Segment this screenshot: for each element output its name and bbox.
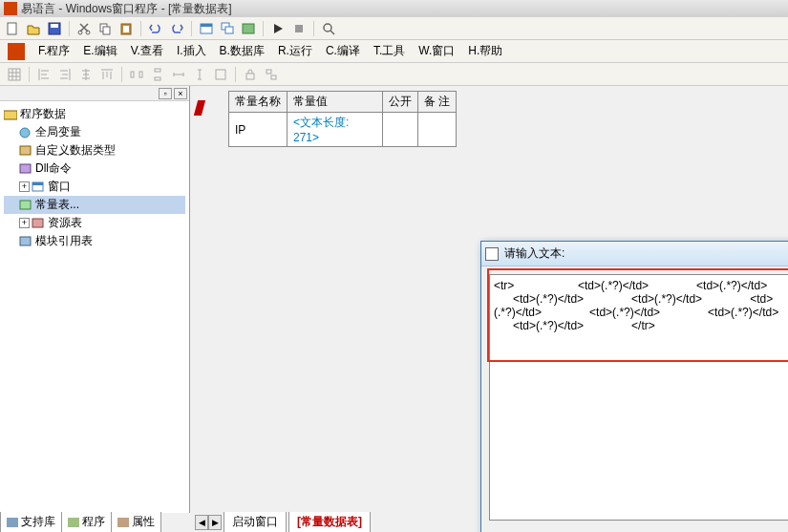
align-top-icon[interactable] [98,66,116,83]
tree-resources[interactable]: + 资源表 [4,214,185,232]
menu-bar: F.程序 E.编辑 V.查看 I.插入 B.数据库 R.运行 C.编译 T.工具… [0,40,788,63]
lock-icon[interactable] [242,66,259,83]
scroll-left-button[interactable]: ◀ [195,515,208,530]
same-width-icon[interactable] [170,66,187,83]
tree-modules[interactable]: 模块引用表 [4,232,185,250]
program-tree: 程序数据 全局变量 自定义数据类型 Dll命令 + 窗口 常量表... [0,101,189,513]
svg-rect-32 [32,219,43,227]
table-row[interactable]: IP <文本长度: 271> [229,113,457,147]
tree-label: 常量表... [35,197,79,213]
tree-label: 窗口 [48,179,71,195]
page-icon [68,518,79,527]
menu-edit[interactable]: E.编辑 [77,41,122,61]
dist-h-icon[interactable] [128,66,145,83]
undo-icon[interactable] [147,20,164,37]
tree-label: 模块引用表 [35,233,93,249]
table-header-row: 常量名称 常量值 公开 备 注 [229,92,457,113]
tree-constants[interactable]: 常量表... [4,196,185,214]
menu-help[interactable]: H.帮助 [462,41,508,61]
svg-rect-25 [4,111,17,119]
tree-global-vars[interactable]: 全局变量 [4,123,185,141]
find-icon[interactable] [320,20,337,37]
toolbar-design [0,63,788,86]
dialog-title-bar[interactable]: 请输入文本: — ▢ ✕ [481,242,788,266]
save-icon[interactable] [46,20,63,37]
menu-compile[interactable]: C.编译 [320,41,366,61]
same-size-icon[interactable] [212,66,229,83]
align-left-icon[interactable] [35,66,53,83]
app-icon [4,2,17,15]
svg-rect-6 [103,27,110,34]
svg-rect-35 [68,518,79,527]
cell-value[interactable]: <文本长度: 271> [288,113,383,147]
open-icon[interactable] [25,20,42,37]
tab-label: 属性 [132,514,155,530]
tree-root[interactable]: 程序数据 [4,105,185,123]
same-height-icon[interactable] [191,66,208,83]
panel-close-icon[interactable]: × [174,88,187,99]
menu-program[interactable]: F.程序 [32,41,75,61]
toolbar-main [0,17,788,40]
copy-icon[interactable] [96,20,114,37]
menu-tools[interactable]: T.工具 [368,41,411,61]
menu-insert[interactable]: I.插入 [171,41,212,61]
panel-header: ▫ × [0,86,189,101]
svg-rect-14 [295,25,303,32]
tab-startup-window[interactable]: 启动窗口 [224,512,287,532]
align-right-icon[interactable] [56,66,74,83]
expand-icon[interactable]: + [19,181,30,192]
expand-icon[interactable]: + [19,218,30,228]
tree-custom-types[interactable]: 自定义数据类型 [4,141,185,160]
svg-rect-22 [246,74,254,79]
tab-support-lib[interactable]: 支持库 [0,512,62,532]
grid-icon[interactable] [6,66,23,83]
bookmark-marker [194,100,205,116]
cell-name[interactable]: IP [229,113,288,147]
menu-logo-icon [8,43,25,60]
svg-rect-31 [20,201,31,209]
tab-program[interactable]: 程序 [61,512,112,532]
form-icon[interactable] [240,20,257,37]
dialog-icon [485,247,499,261]
tab-properties[interactable]: 属性 [111,512,161,532]
run-icon[interactable] [269,20,287,37]
svg-rect-34 [7,518,18,527]
cell-public[interactable] [383,113,418,147]
svg-rect-13 [243,24,254,33]
tree-dll[interactable]: Dll命令 [4,160,185,178]
menu-view[interactable]: V.查看 [125,41,169,61]
tab-order-icon[interactable] [263,66,280,83]
cut-icon[interactable] [75,20,93,37]
editor-bottom-tabs: ◀ ▶ 启动窗口 [常量数据表] [195,513,371,532]
tree-label: 自定义数据类型 [35,142,116,159]
tree-window[interactable]: + 窗口 [4,178,185,196]
stop-icon[interactable] [290,20,308,37]
redo-icon[interactable] [168,20,185,37]
svg-rect-2 [51,24,58,28]
window-icon[interactable] [198,20,215,37]
type-icon [19,145,32,157]
panel-pin-icon[interactable]: ▫ [159,88,172,99]
const-icon [19,200,32,211]
folder-icon [4,109,17,120]
new-icon[interactable] [4,20,21,37]
dist-v-icon[interactable] [149,66,166,83]
windows-icon[interactable] [219,20,236,37]
paste-icon[interactable] [117,20,135,37]
menu-database[interactable]: B.数据库 [214,41,270,61]
cell-note[interactable] [418,113,457,147]
menu-window[interactable]: W.窗口 [413,41,460,61]
align-center-icon[interactable] [77,66,95,83]
tab-constants-table[interactable]: [常量数据表] [288,512,371,532]
menu-run[interactable]: R.运行 [272,41,318,61]
text-input-area[interactable]: <tr> <td>(.*?)</td> <td>(.*?)</td> <td>(… [489,274,788,521]
window-title: 易语言 - Windows窗口程序 - [常量数据表] [21,1,232,17]
svg-rect-8 [123,26,129,32]
dialog-title: 请输入文本: [504,245,788,262]
col-value: 常量值 [288,92,383,113]
editor-panel: 常量名称 常量值 公开 备 注 IP <文本长度: 271> 请输入文本: [190,86,788,513]
svg-point-15 [324,24,331,32]
svg-point-26 [20,128,30,138]
scroll-right-button[interactable]: ▶ [208,515,222,530]
svg-rect-0 [8,23,16,34]
